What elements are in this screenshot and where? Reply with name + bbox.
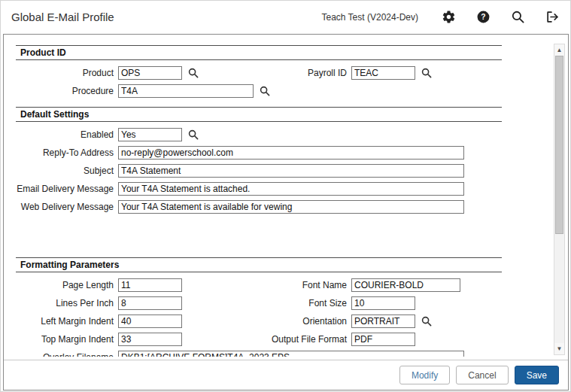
- header-bar: Global E-Mail Profile Teach Test (V2024-…: [1, 1, 570, 33]
- payroll-id-input[interactable]: [351, 66, 415, 80]
- email-message-row: Email Delivery Message: [16, 181, 502, 196]
- section-title-formatting-parameters: Formatting Parameters: [16, 257, 502, 272]
- cancel-button[interactable]: Cancel: [456, 366, 508, 384]
- procedure-field: [118, 84, 502, 98]
- procedure-label: Procedure: [16, 86, 114, 96]
- output-file-format-label: Output File Format: [251, 334, 347, 345]
- modify-button[interactable]: Modify: [399, 366, 450, 384]
- overlay-filename-input[interactable]: [118, 351, 464, 357]
- left-margin-orientation-row: Left Margin Indent Orientation: [16, 314, 502, 328]
- content-panel: Product ID Product Payroll ID Procedure: [3, 34, 569, 390]
- lines-per-inch-input[interactable]: [118, 296, 182, 310]
- form-area: Product ID Product Payroll ID Procedure: [16, 41, 502, 357]
- orientation-input[interactable]: [351, 315, 415, 328]
- settings-gear-icon[interactable]: [441, 10, 456, 25]
- left-margin-indent-input[interactable]: [118, 315, 182, 328]
- section-default-settings: Default Settings Enabled Reply-To Addres…: [16, 107, 502, 214]
- lines-per-inch-label: Lines Per Inch: [16, 298, 114, 308]
- page-length-font-name-row: Page Length Font Name: [16, 278, 502, 292]
- enabled-input[interactable]: [118, 128, 182, 141]
- reply-to-field: [118, 146, 502, 160]
- left-margin-indent-field: [118, 315, 246, 328]
- overlay-filename-label: Overlay Filename: [16, 352, 114, 357]
- web-message-input[interactable]: [118, 200, 464, 214]
- scrollbar-thumb[interactable]: [555, 56, 563, 234]
- reply-to-label: Reply-To Address: [16, 147, 114, 158]
- help-icon[interactable]: ?: [475, 10, 491, 25]
- font-size-input[interactable]: [351, 296, 415, 310]
- svg-text:?: ?: [481, 13, 485, 21]
- web-message-row: Web Delivery Message: [16, 199, 502, 214]
- reply-to-row: Reply-To Address: [16, 145, 502, 160]
- page-length-field: [118, 278, 246, 292]
- subject-row: Subject: [16, 163, 502, 178]
- font-name-label: Font Name: [251, 280, 347, 290]
- email-message-input[interactable]: [118, 182, 464, 196]
- page-title: Global E-Mail Profile: [11, 11, 114, 23]
- lines-per-inch-field: [118, 296, 246, 310]
- output-file-format-field: [351, 333, 502, 346]
- section-title-default-settings: Default Settings: [16, 107, 502, 122]
- section-formatting-parameters: Formatting Parameters Page Length Font N…: [16, 257, 502, 357]
- logout-icon[interactable]: [545, 10, 560, 25]
- top-margin-indent-field: [118, 333, 246, 346]
- scroll-up-icon[interactable]: ▲: [554, 44, 564, 56]
- save-button[interactable]: Save: [515, 366, 559, 384]
- enabled-lookup-icon[interactable]: [187, 129, 199, 140]
- product-payroll-row: Product Payroll ID: [16, 65, 502, 80]
- footer-bar: Modify Cancel Save: [4, 360, 568, 390]
- payroll-id-label: Payroll ID: [251, 68, 347, 78]
- vertical-scrollbar[interactable]: ▲ ▼: [554, 44, 565, 355]
- font-size-field: [351, 296, 502, 310]
- overlay-filename-row: Overlay Filename: [16, 350, 502, 357]
- orientation-lookup-icon[interactable]: [421, 315, 432, 327]
- section-title-product-id: Product ID: [16, 45, 502, 60]
- product-lookup-icon[interactable]: [187, 67, 199, 78]
- payroll-id-field: [351, 66, 502, 80]
- font-size-label: Font Size: [251, 298, 347, 308]
- scroll-down-icon[interactable]: ▼: [554, 343, 564, 354]
- web-message-label: Web Delivery Message: [16, 202, 114, 212]
- procedure-row: Procedure: [16, 84, 502, 98]
- orientation-field: [351, 315, 502, 328]
- header-actions: Teach Test (V2024-Dev) ?: [321, 10, 560, 25]
- enabled-label: Enabled: [16, 129, 114, 140]
- search-icon[interactable]: [510, 10, 525, 25]
- scrollbar-track[interactable]: [554, 56, 564, 343]
- product-input[interactable]: [118, 66, 182, 80]
- product-field: [118, 66, 246, 80]
- left-margin-indent-label: Left Margin Indent: [16, 316, 114, 327]
- email-message-field: [118, 182, 502, 196]
- output-file-format-input[interactable]: [351, 333, 415, 346]
- section-product-id: Product ID Product Payroll ID Procedure: [16, 45, 502, 98]
- web-message-field: [118, 200, 502, 214]
- reply-to-input[interactable]: [118, 146, 464, 160]
- top-margin-output-format-row: Top Margin Indent Output File Format: [16, 332, 502, 346]
- top-margin-indent-label: Top Margin Indent: [16, 334, 114, 345]
- orientation-label: Orientation: [251, 316, 347, 327]
- page-length-input[interactable]: [118, 278, 182, 292]
- overlay-filename-field: [118, 351, 502, 357]
- font-name-field: [351, 278, 502, 292]
- subject-label: Subject: [16, 166, 114, 176]
- environment-label: Teach Test (V2024-Dev): [321, 12, 418, 23]
- page-length-label: Page Length: [16, 280, 114, 290]
- email-message-label: Email Delivery Message: [16, 184, 114, 194]
- payroll-id-lookup-icon[interactable]: [421, 67, 432, 78]
- procedure-lookup-icon[interactable]: [259, 85, 270, 96]
- product-label: Product: [16, 68, 114, 78]
- font-name-input[interactable]: [351, 278, 460, 292]
- lines-per-inch-font-size-row: Lines Per Inch Font Size: [16, 296, 502, 310]
- procedure-input[interactable]: [118, 84, 254, 98]
- subject-field: [118, 164, 502, 178]
- enabled-row: Enabled: [16, 127, 502, 141]
- global-email-profile-window: Global E-Mail Profile Teach Test (V2024-…: [0, 0, 571, 392]
- subject-input[interactable]: [118, 164, 464, 178]
- top-margin-indent-input[interactable]: [118, 333, 182, 346]
- enabled-field: [118, 128, 502, 141]
